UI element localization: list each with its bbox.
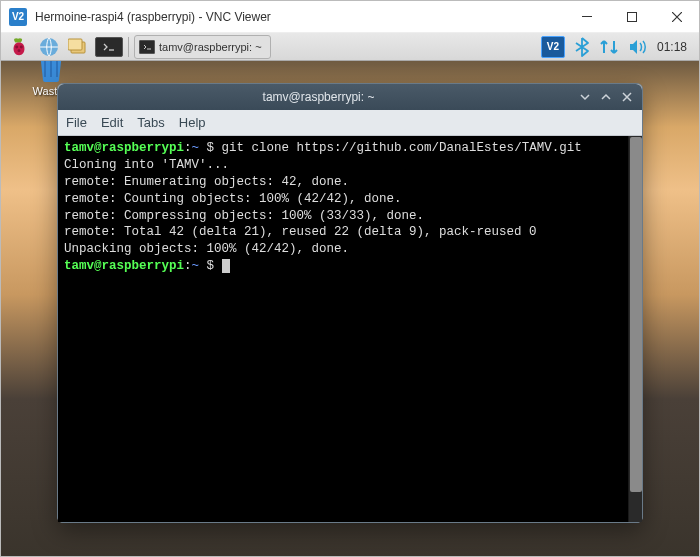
network-tray-icon[interactable] bbox=[599, 39, 619, 55]
remote-desktop: tamv@raspberrypi: ~ V2 01:18 bbox=[1, 33, 699, 556]
taskbar-task-terminal[interactable]: tamv@raspberrypi: ~ bbox=[134, 35, 271, 59]
terminal-line: tamv@raspberrypi:~ $ git clone https://g… bbox=[64, 140, 636, 157]
window-titlebar[interactable]: V2 Hermoine-raspi4 (raspberrypi) - VNC V… bbox=[1, 1, 699, 33]
terminal-titlebar[interactable]: tamv@raspberrypi: ~ bbox=[58, 84, 642, 110]
minimize-button[interactable] bbox=[564, 2, 609, 32]
system-tray: V2 01:18 bbox=[541, 36, 695, 58]
window-title: Hermoine-raspi4 (raspberrypi) - VNC View… bbox=[35, 10, 564, 24]
terminal-line: remote: Counting objects: 100% (42/42), … bbox=[64, 191, 636, 208]
vnc-server-tray-icon[interactable]: V2 bbox=[541, 36, 565, 58]
taskbar-clock[interactable]: 01:18 bbox=[657, 40, 687, 54]
svg-rect-0 bbox=[582, 16, 592, 17]
terminal-line: Unpacking objects: 100% (42/42), done. bbox=[64, 241, 636, 258]
volume-tray-icon[interactable] bbox=[629, 39, 647, 55]
terminal-line: remote: Enumerating objects: 42, done. bbox=[64, 174, 636, 191]
menu-tabs[interactable]: Tabs bbox=[137, 115, 164, 130]
task-terminal-icon bbox=[139, 40, 155, 54]
web-browser-button[interactable] bbox=[35, 35, 63, 59]
menu-edit[interactable]: Edit bbox=[101, 115, 123, 130]
raspberry-icon bbox=[10, 37, 28, 57]
chevron-down-icon bbox=[580, 92, 590, 102]
rpi-taskbar[interactable]: tamv@raspberrypi: ~ V2 01:18 bbox=[1, 33, 699, 61]
menu-file[interactable]: File bbox=[66, 115, 87, 130]
svg-rect-1 bbox=[627, 12, 636, 21]
svg-point-3 bbox=[20, 45, 23, 48]
terminal-title: tamv@raspberrypi: ~ bbox=[64, 90, 573, 104]
terminal-window: tamv@raspberrypi: ~ File Edit Tabs Help … bbox=[57, 83, 643, 523]
close-button[interactable] bbox=[654, 2, 699, 32]
scrollbar-thumb[interactable] bbox=[630, 137, 642, 492]
close-icon bbox=[672, 12, 682, 22]
file-manager-button[interactable] bbox=[65, 35, 93, 59]
menu-help[interactable]: Help bbox=[179, 115, 206, 130]
raspberry-menu-button[interactable] bbox=[5, 35, 33, 59]
terminal-close-button[interactable] bbox=[618, 88, 636, 106]
terminal-minimize-button[interactable] bbox=[576, 88, 594, 106]
terminal-line: tamv@raspberrypi:~ $ bbox=[64, 258, 636, 275]
speaker-icon bbox=[629, 39, 647, 55]
taskbar-separator bbox=[128, 37, 129, 57]
terminal-content[interactable]: tamv@raspberrypi:~ $ git clone https://g… bbox=[58, 136, 642, 522]
terminal-launcher-button[interactable] bbox=[95, 37, 123, 57]
folders-icon bbox=[68, 38, 90, 56]
x-icon bbox=[622, 92, 632, 102]
maximize-button[interactable] bbox=[609, 2, 654, 32]
terminal-cursor bbox=[222, 259, 230, 273]
terminal-menubar: File Edit Tabs Help bbox=[58, 110, 642, 136]
chevron-up-icon bbox=[601, 92, 611, 102]
terminal-line: remote: Total 42 (delta 21), reused 22 (… bbox=[64, 224, 636, 241]
minimize-icon bbox=[582, 16, 592, 17]
bluetooth-icon bbox=[575, 37, 589, 57]
terminal-icon bbox=[103, 43, 115, 51]
svg-point-4 bbox=[18, 49, 21, 52]
bluetooth-tray-icon[interactable] bbox=[575, 37, 589, 57]
terminal-scrollbar[interactable] bbox=[628, 136, 642, 522]
vnc-viewer-window: V2 Hermoine-raspi4 (raspberrypi) - VNC V… bbox=[0, 0, 700, 557]
svg-point-2 bbox=[15, 45, 18, 48]
terminal-line: remote: Compressing objects: 100% (33/33… bbox=[64, 208, 636, 225]
task-label: tamv@raspberrypi: ~ bbox=[159, 41, 262, 53]
vnc-app-icon: V2 bbox=[9, 8, 27, 26]
globe-icon bbox=[39, 37, 59, 57]
window-controls bbox=[564, 2, 699, 32]
terminal-line: Cloning into 'TAMV'... bbox=[64, 157, 636, 174]
maximize-icon bbox=[627, 12, 637, 22]
svg-rect-7 bbox=[68, 39, 82, 50]
terminal-maximize-button[interactable] bbox=[597, 88, 615, 106]
network-arrows-icon bbox=[599, 39, 619, 55]
